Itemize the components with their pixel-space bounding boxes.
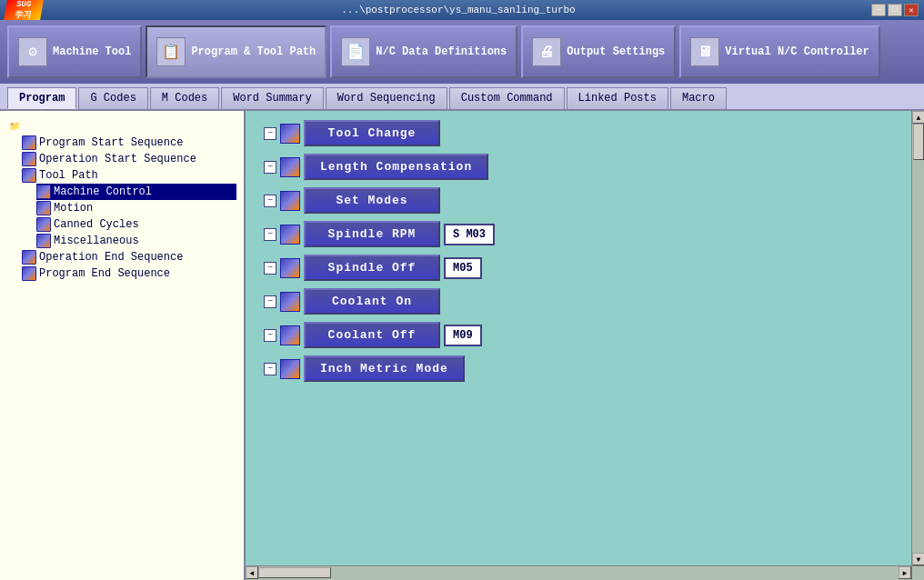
tree-item-program-start[interactable]: Program Start Sequence — [22, 135, 236, 151]
toolbar-output-settings[interactable]: 🖨 Output Settings — [521, 25, 676, 78]
virtual-nc-label: Virtual N/C Controller — [725, 45, 869, 58]
nc-data-label: N/C Data Definitions — [376, 45, 507, 58]
program-tool-path-icon: 📋 — [156, 37, 186, 66]
scrollbar-horizontal[interactable]: ◄ ► — [246, 565, 911, 580]
tab-g-codes[interactable]: G Codes — [78, 87, 147, 109]
block-label-inch-metric[interactable]: Inch Metric Mode — [304, 355, 465, 382]
toolbar-program-tool-path[interactable]: 📋 Program & Tool Path — [146, 25, 326, 78]
tree-item-icon — [36, 234, 51, 248]
content-area: 📁 Program Start Sequence Operation Start… — [0, 111, 924, 580]
title-bar-text: ...\postprocessor\ys_manu_sanling_turbo — [45, 5, 871, 15]
tree-label-miscellaneous: Miscellaneous — [54, 235, 139, 247]
toolbar-nc-data[interactable]: 📄 N/C Data Definitions — [330, 25, 517, 78]
tree-item-canned-cycles[interactable]: Canned Cycles — [36, 216, 236, 233]
block-label-set-modes[interactable]: Set Modes — [304, 187, 440, 214]
output-settings-label: Output Settings — [567, 45, 665, 58]
tree-item-icon — [22, 135, 36, 150]
tree-label-canned-cycles: Canned Cycles — [54, 218, 139, 231]
title-bar-controls: ─ □ ✕ — [871, 4, 919, 16]
tree-root[interactable]: 📁 — [7, 118, 236, 135]
block-icon-coolant-on — [280, 292, 300, 312]
tree-item-motion[interactable]: Motion — [36, 200, 236, 216]
tree-item-operation-start[interactable]: Operation Start Sequence — [22, 151, 236, 167]
folder-icon: 📁 — [7, 119, 22, 134]
scroll-corner — [911, 565, 924, 580]
diagram-row-length-comp: − Length Compensation — [264, 154, 893, 180]
scroll-left-button[interactable]: ◄ — [246, 566, 258, 579]
block-label-coolant-off[interactable]: Coolant Off — [304, 322, 440, 348]
scroll-down-button[interactable]: ▼ — [912, 553, 924, 565]
collapse-inch-metric[interactable]: − — [264, 363, 276, 375]
output-settings-icon: 🖨 — [532, 37, 561, 66]
block-icon-tool-change — [280, 124, 300, 144]
tab-bar: Program G Codes M Codes Word Summary Wor… — [0, 84, 924, 111]
tree-item-icon — [36, 201, 51, 215]
block-icon-spindle-rpm — [280, 225, 300, 245]
diagram-row-coolant-on: − Coolant On — [264, 288, 893, 315]
block-label-spindle-off[interactable]: Spindle Off — [304, 255, 440, 281]
tree-label-operation-end: Operation End Sequence — [39, 251, 183, 264]
scrollbar-vertical[interactable]: ▲ ▼ — [911, 111, 924, 565]
collapse-spindle-rpm[interactable]: − — [264, 228, 276, 241]
block-icon-coolant-off — [280, 325, 300, 345]
tab-linked-posts[interactable]: Linked Posts — [567, 87, 668, 109]
app-logo: SUG学习 — [4, 0, 44, 20]
block-value-spindle-off[interactable]: M05 — [444, 257, 482, 279]
scroll-thumb-h[interactable] — [258, 567, 331, 578]
tab-macro[interactable]: Macro — [670, 87, 727, 109]
toolbar-virtual-nc[interactable]: 🖥 Virtual N/C Controller — [679, 25, 879, 78]
diagram-row-spindle-rpm: − Spindle RPM S M03 — [264, 221, 893, 247]
tree-label-operation-start: Operation Start Sequence — [39, 153, 196, 165]
block-label-tool-change[interactable]: Tool Change — [304, 120, 440, 146]
scroll-track-v[interactable] — [912, 124, 924, 553]
diagram-row-spindle-off: − Spindle Off M05 — [264, 255, 893, 281]
collapse-coolant-off[interactable]: − — [264, 329, 276, 342]
tree-item-icon — [22, 152, 36, 166]
tree-label-tool-path: Tool Path — [39, 169, 98, 182]
block-label-spindle-rpm[interactable]: Spindle RPM — [304, 221, 440, 247]
scroll-track-h[interactable] — [258, 566, 899, 580]
tree-item-icon — [22, 168, 36, 183]
scroll-right-button[interactable]: ► — [899, 566, 911, 579]
tree-item-miscellaneous[interactable]: Miscellaneous — [36, 233, 236, 249]
tree-item-tool-path[interactable]: Tool Path — [22, 167, 236, 184]
collapse-tool-change[interactable]: − — [264, 127, 276, 140]
diagram-panel: − Tool Change − Length Compensation − Se… — [246, 111, 924, 580]
scroll-thumb-v[interactable] — [913, 124, 924, 160]
tab-custom-command[interactable]: Custom Command — [449, 87, 565, 109]
tree-item-machine-control[interactable]: Machine Control — [36, 184, 236, 200]
tab-word-summary[interactable]: Word Summary — [221, 87, 323, 109]
title-bar: SUG学习 ...\postprocessor\ys_manu_sanling_… — [0, 0, 924, 20]
tab-word-sequencing[interactable]: Word Sequencing — [326, 87, 447, 109]
scroll-up-button[interactable]: ▲ — [912, 111, 924, 124]
block-icon-set-modes — [280, 191, 300, 211]
nc-data-icon: 📄 — [341, 37, 370, 66]
collapse-length-comp[interactable]: − — [264, 161, 276, 174]
block-value-spindle-rpm[interactable]: S M03 — [444, 224, 495, 245]
machine-tool-label: Machine Tool — [53, 45, 131, 58]
minimize-button[interactable]: ─ — [871, 4, 886, 16]
collapse-coolant-on[interactable]: − — [264, 295, 276, 308]
block-label-coolant-on[interactable]: Coolant On — [304, 288, 440, 315]
diagram-row-coolant-off: − Coolant Off M09 — [264, 322, 893, 348]
block-icon-length-comp — [280, 157, 300, 177]
collapse-spindle-off[interactable]: − — [264, 262, 276, 275]
program-tool-path-label: Program & Tool Path — [191, 45, 316, 58]
close-button[interactable]: ✕ — [904, 4, 919, 16]
tree-item-icon — [22, 266, 36, 281]
tree-item-program-end[interactable]: Program End Sequence — [22, 265, 236, 282]
tab-m-codes[interactable]: M Codes — [150, 87, 219, 109]
maximize-button[interactable]: □ — [888, 4, 902, 16]
machine-tool-icon: ⚙ — [18, 37, 47, 66]
tab-program[interactable]: Program — [7, 87, 76, 109]
block-icon-inch-metric — [280, 359, 300, 379]
tree-label-motion: Motion — [54, 202, 93, 215]
tree-panel: 📁 Program Start Sequence Operation Start… — [0, 111, 246, 580]
diagram-scroll-area[interactable]: − Tool Change − Length Compensation − Se… — [246, 111, 911, 565]
block-value-coolant-off[interactable]: M09 — [444, 325, 482, 346]
main-toolbar: ⚙ Machine Tool 📋 Program & Tool Path 📄 N… — [0, 20, 924, 84]
toolbar-machine-tool[interactable]: ⚙ Machine Tool — [7, 25, 142, 78]
tree-item-operation-end[interactable]: Operation End Sequence — [22, 249, 236, 265]
block-label-length-comp[interactable]: Length Compensation — [304, 154, 488, 180]
collapse-set-modes[interactable]: − — [264, 195, 276, 207]
